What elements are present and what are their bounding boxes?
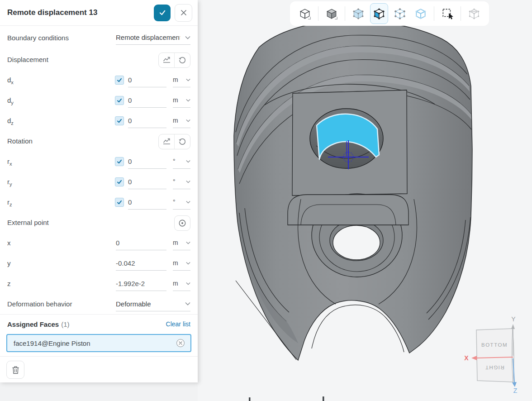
bottom-clip-mark (323, 396, 324, 401)
ry-checkbox[interactable] (115, 177, 124, 186)
rz-row: rz 0 ° (0, 192, 198, 212)
point-x-label: x (7, 239, 11, 247)
dz-unit-select[interactable]: m (173, 114, 190, 128)
chevron-down-icon (185, 36, 190, 39)
view-wireframe-icon (298, 7, 312, 20)
clear-list-link[interactable]: Clear list (166, 320, 190, 328)
view-shaded-icon (325, 7, 338, 20)
displacement-label: Displacement (7, 56, 48, 63)
close-icon (180, 10, 187, 16)
chevron-down-icon (186, 160, 190, 163)
deformation-behavior-select[interactable]: Deformable (116, 297, 190, 311)
select-volume-icon (352, 7, 365, 20)
point-y-row: y -0.042 m (0, 253, 198, 273)
boundary-conditions-value: Remote displacement (116, 33, 180, 41)
view-shaded-button[interactable] (323, 3, 341, 24)
viewport-3d[interactable]: BOTTOM RIGHT Y X Z (198, 0, 532, 401)
select-face-icon (372, 7, 386, 20)
dy-unit-select[interactable]: m (173, 93, 190, 108)
axis-y-arrow (511, 324, 515, 329)
reset-button[interactable] (174, 134, 190, 149)
ry-unit-select[interactable]: ° (173, 175, 190, 189)
boundary-conditions-row: Boundary conditions Remote displacement (0, 26, 198, 49)
dy-row: dy 0 m (0, 90, 198, 110)
chevron-down-icon (186, 282, 190, 285)
view-cube-right-label[interactable]: RIGHT (484, 365, 504, 370)
boundary-conditions-label: Boundary conditions (7, 34, 69, 42)
rz-checkbox[interactable] (115, 198, 124, 207)
rx-checkbox[interactable] (115, 157, 124, 166)
rz-input[interactable]: 0 (128, 195, 166, 210)
trash-icon (12, 366, 19, 374)
checkbox-check-icon (117, 118, 122, 124)
view-wireframe-button[interactable] (296, 3, 314, 24)
checkbox-check-icon (117, 77, 122, 83)
chevron-down-icon (186, 180, 190, 183)
point-x-unit-select[interactable]: m (173, 236, 190, 250)
axis-x-arrow (471, 356, 477, 360)
checkbox-check-icon (117, 200, 122, 205)
deformation-behavior-label: Deformation behavior (7, 300, 72, 308)
rx-input[interactable]: 0 (128, 154, 166, 169)
pin-hole (333, 225, 380, 260)
select-vertex-button[interactable] (391, 3, 409, 24)
rz-unit-select[interactable]: ° (173, 195, 190, 210)
displacement-tools (158, 53, 190, 68)
select-edge-button[interactable] (412, 3, 430, 24)
chart-input-button[interactable] (159, 134, 174, 149)
external-point-label: External point (7, 219, 49, 226)
point-y-input[interactable]: -0.042 (116, 256, 166, 271)
dx-row: dx 0 m (0, 70, 198, 90)
remove-circle-icon (176, 339, 185, 348)
remove-face-button[interactable] (176, 339, 185, 348)
piston-model[interactable]: BOTTOM RIGHT Y X Z (198, 0, 532, 401)
dy-checkbox[interactable] (115, 96, 124, 105)
external-point-header-row: External point (0, 212, 198, 233)
rotation-label: Rotation (7, 137, 33, 145)
point-x-input[interactable]: 0 (116, 236, 166, 250)
view-cube-bottom-label[interactable]: BOTTOM (481, 342, 508, 348)
select-face-button[interactable] (370, 3, 388, 24)
displacement-header-row: Displacement (0, 49, 198, 70)
chevron-down-icon (186, 119, 190, 122)
axis-x-label: X (464, 354, 469, 362)
chart-input-button[interactable] (159, 53, 174, 67)
reset-button[interactable] (174, 53, 190, 67)
checkbox-check-icon (117, 98, 122, 103)
point-z-unit-select[interactable]: m (173, 277, 190, 291)
close-button[interactable] (175, 4, 192, 22)
rotation-tools (158, 134, 190, 149)
toolbar-separator (461, 6, 461, 21)
ry-input[interactable]: 0 (128, 175, 166, 189)
dz-input[interactable]: 0 (128, 114, 166, 128)
assigned-faces-count: (1) (61, 320, 69, 328)
box-select-button[interactable] (438, 3, 456, 24)
view-cube[interactable]: BOTTOM RIGHT Y X Z (464, 315, 517, 394)
box-select-icon (441, 7, 454, 20)
dx-checkbox[interactable] (115, 76, 124, 85)
rotation-header-row: Rotation (0, 131, 198, 151)
boundary-conditions-select[interactable]: Remote displacement (116, 30, 190, 45)
chevron-down-icon (185, 302, 190, 306)
point-y-unit-select[interactable]: m (173, 256, 190, 271)
panel-footer (0, 357, 198, 384)
select-volume-button[interactable] (349, 3, 367, 24)
assigned-faces-label: Assigned Faces (7, 320, 59, 328)
delete-button[interactable] (6, 361, 24, 379)
select-mesh-entity-button[interactable] (465, 3, 483, 24)
dy-input[interactable]: 0 (128, 93, 166, 108)
apply-button[interactable] (154, 5, 171, 21)
rx-unit-select[interactable]: ° (173, 154, 190, 169)
dx-unit-select[interactable]: m (173, 73, 190, 87)
dx-input[interactable]: 0 (128, 73, 166, 87)
assigned-face-item[interactable]: face1914@Engine Piston (6, 334, 191, 352)
assigned-faces-list: face1914@Engine Piston (0, 333, 198, 356)
toolbar-separator (345, 6, 345, 21)
section-divider (0, 314, 198, 315)
axis-z-arrow (512, 382, 517, 387)
axis-z-label: Z (513, 387, 518, 394)
point-z-input[interactable]: -1.992e-2 (116, 277, 166, 291)
pick-point-button[interactable] (174, 215, 190, 231)
dz-checkbox[interactable] (115, 116, 124, 125)
reset-icon (178, 138, 186, 146)
